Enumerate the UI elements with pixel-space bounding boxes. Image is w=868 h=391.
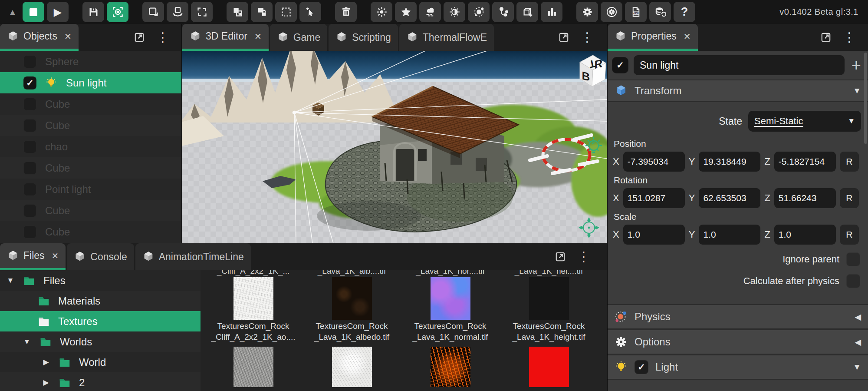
settings-button[interactable] <box>576 2 598 22</box>
orbit-rotate-tool-button[interactable] <box>167 2 188 22</box>
object-row-cube[interactable]: ✓ Cube <box>0 93 181 115</box>
options-section-header[interactable]: Options ◀ <box>608 329 868 355</box>
database-refresh-button[interactable] <box>649 2 671 22</box>
save-button[interactable] <box>82 2 104 22</box>
scene-view-button[interactable] <box>107 2 128 22</box>
light-flare-button[interactable] <box>371 2 392 22</box>
tree-expand-icon[interactable]: ▼ <box>23 338 31 346</box>
add-object-button[interactable] <box>516 2 538 22</box>
file-item-rock-cliff-ao[interactable]: TexturesCom_Rock _Cliff_A_2x2_1K_ao.... <box>204 277 302 341</box>
file-item-rock-light[interactable] <box>302 347 401 387</box>
rotation-reset-button[interactable]: R <box>840 188 859 208</box>
visibility-checkbox[interactable]: ✓ <box>23 162 36 175</box>
delete-button[interactable] <box>335 2 357 22</box>
tab-animation-timeline[interactable]: AnimationTimeLine <box>135 243 251 270</box>
file-item-lava-normal[interactable]: TexturesCom_Rock _Lava_1K_normal.tif <box>401 277 500 341</box>
tab-files[interactable]: Files ✕ <box>0 243 66 270</box>
visibility-checkbox[interactable]: ✓ <box>23 119 36 132</box>
scale-reset-button[interactable]: R <box>840 225 859 245</box>
object-row-cube[interactable]: ✓ Cube <box>0 200 181 221</box>
file-item-solid-red[interactable] <box>500 347 598 387</box>
visibility-checkbox[interactable]: ✓ <box>23 183 36 196</box>
popout-icon[interactable] <box>558 32 569 43</box>
particles-button[interactable] <box>468 2 490 22</box>
close-icon[interactable]: ✕ <box>684 31 691 42</box>
rotate-object-tool-button[interactable] <box>142 2 164 22</box>
position-reset-button[interactable]: R <box>840 152 859 172</box>
properties-scrollbar[interactable] <box>864 53 867 144</box>
tree-expand-icon[interactable]: ▼ <box>6 276 15 285</box>
scale-tool-button[interactable] <box>191 2 213 22</box>
viewport-3d[interactable]: T B R <box>182 51 607 243</box>
weather-fog-button[interactable] <box>419 2 441 22</box>
menu-dots-icon[interactable]: ⋮ <box>577 250 590 263</box>
visibility-checkbox[interactable]: ✓ <box>23 140 36 153</box>
light-enabled-checkbox[interactable]: ✓ <box>635 360 648 374</box>
object-name-field[interactable] <box>634 55 845 75</box>
close-icon[interactable]: ✕ <box>254 31 262 42</box>
position-x-field[interactable] <box>623 152 685 172</box>
light-section-header[interactable]: ✓ Light ▼ <box>608 355 868 380</box>
physics-section-header[interactable]: Physics ◀ <box>608 304 868 329</box>
visibility-checkbox[interactable]: ✓ <box>23 98 36 111</box>
favorites-button[interactable] <box>395 2 417 22</box>
file-item-lava-orange[interactable] <box>401 347 500 387</box>
tab-scripting[interactable]: Scripting <box>329 24 398 51</box>
tree-expand-icon[interactable]: ▶ <box>42 358 50 367</box>
rotation-x-field[interactable] <box>623 188 685 208</box>
menu-dots-icon[interactable]: ⋮ <box>581 31 594 44</box>
tab-thermalflow[interactable]: ThermalFlowE <box>399 24 494 51</box>
file-item-rock-grey[interactable] <box>204 347 302 387</box>
file-item-lava-albedo[interactable]: TexturesCom_Rock _Lava_1K_albedo.tif <box>302 277 401 341</box>
object-row-sun-light[interactable]: ✓ Sun light <box>0 72 181 93</box>
scale-y-field[interactable] <box>699 225 760 245</box>
state-dropdown[interactable]: Semi-Static ▼ <box>748 111 861 132</box>
pointer-add-button[interactable] <box>299 2 321 22</box>
popout-icon[interactable] <box>820 32 832 43</box>
tree-row-worlds[interactable]: ▼ Worlds <box>0 331 201 352</box>
stats-button[interactable] <box>541 2 562 22</box>
close-icon[interactable]: ✕ <box>64 31 72 42</box>
help-button[interactable]: ? <box>674 2 695 22</box>
object-row-cube[interactable]: ✓ Cube <box>0 115 181 136</box>
popout-icon[interactable] <box>555 251 566 262</box>
position-z-field[interactable] <box>774 152 836 172</box>
apk-export-button[interactable]: APK <box>625 2 647 22</box>
select-region-button[interactable] <box>275 2 297 22</box>
tab-game[interactable]: Game <box>270 24 328 51</box>
brightness-button[interactable] <box>444 2 465 22</box>
menu-dots-icon[interactable]: ⋮ <box>156 31 169 44</box>
object-row-chao[interactable]: ✓ chao <box>0 136 181 157</box>
duplicate-locked-button[interactable] <box>251 2 273 22</box>
menu-dots-icon[interactable]: ⋮ <box>843 31 856 44</box>
file-item-lava-height[interactable]: TexturesCom_Rock _Lava_1K_height.tif <box>500 277 598 341</box>
add-component-button[interactable]: + <box>850 57 863 73</box>
rotation-z-field[interactable] <box>774 188 836 208</box>
visibility-checkbox[interactable]: ✓ <box>23 204 36 217</box>
close-icon[interactable]: ✕ <box>52 251 59 261</box>
tree-expand-icon[interactable]: ▶ <box>42 378 50 387</box>
object-row-cube[interactable]: ✓ Cube <box>0 157 181 179</box>
object-row-sphere[interactable]: ✓ Sphere <box>0 51 181 72</box>
rotation-y-field[interactable] <box>699 188 760 208</box>
play-button[interactable]: ▶ <box>47 2 69 22</box>
tree-row-materials[interactable]: Materials <box>0 291 201 311</box>
duplicate-button[interactable] <box>227 2 248 22</box>
tree-row-world[interactable]: ▶ World <box>0 352 201 372</box>
collapse-toolbar-button[interactable]: ▲ <box>5 2 20 22</box>
stop-button[interactable] <box>23 2 44 22</box>
ignore-parent-checkbox[interactable]: ✓ <box>846 252 860 266</box>
position-y-field[interactable] <box>699 152 760 172</box>
visibility-checkbox[interactable]: ✓ <box>23 55 36 68</box>
tab-console[interactable]: Console <box>67 243 134 270</box>
tree-row-textures[interactable]: Textures <box>0 311 201 331</box>
scale-x-field[interactable] <box>623 225 685 245</box>
waypoints-button[interactable] <box>492 2 514 22</box>
tab-objects[interactable]: Objects ✕ <box>0 24 79 51</box>
engine-settings-button[interactable] <box>601 2 622 22</box>
visibility-checkbox[interactable]: ✓ <box>23 76 36 89</box>
visibility-checkbox[interactable]: ✓ <box>23 225 36 239</box>
tree-row-files[interactable]: ▼ Files <box>0 270 201 291</box>
tab-3d-editor[interactable]: 3D Editor ✕ <box>182 24 269 51</box>
object-enabled-checkbox[interactable]: ✓ <box>612 57 628 73</box>
